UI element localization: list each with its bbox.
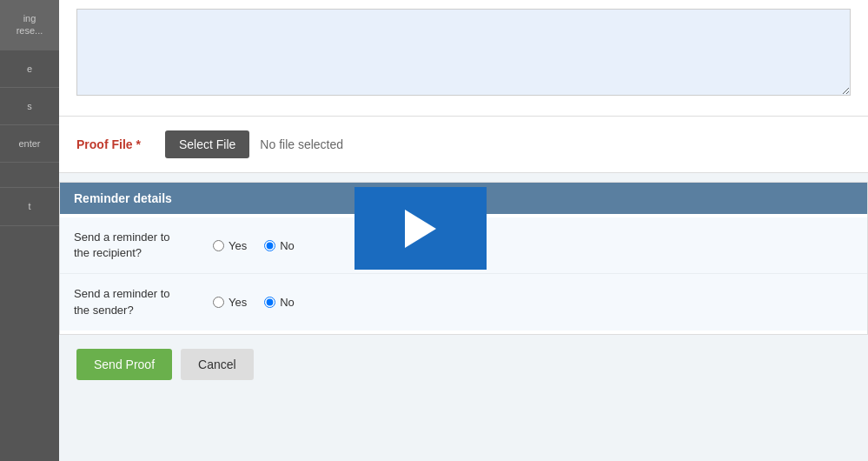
recipient-yes-radio[interactable]: [213, 240, 224, 251]
send-proof-button[interactable]: Send Proof: [76, 349, 172, 380]
sidebar-item-1[interactable]: ingrese...: [0, 0, 59, 50]
reminder-recipient-options: Yes No: [213, 239, 295, 252]
proof-message-input[interactable]: [76, 9, 851, 96]
required-marker: *: [136, 137, 140, 151]
video-overlay[interactable]: [354, 187, 487, 270]
sender-yes-radio[interactable]: [213, 297, 224, 308]
sidebar-item-2[interactable]: e: [0, 50, 59, 88]
sidebar-item-6[interactable]: t: [0, 188, 59, 225]
sidebar-item-4[interactable]: enter: [0, 125, 59, 163]
sidebar-item-5[interactable]: [0, 163, 59, 188]
reminder-sender-label: Send a reminder tothe sender?: [74, 286, 213, 317]
sidebar: ingrese... e s enter t: [0, 0, 59, 461]
reminder-sender-options: Yes No: [213, 296, 295, 309]
recipient-no-option[interactable]: No: [264, 239, 295, 252]
select-file-button[interactable]: Select File: [165, 130, 249, 158]
proof-file-section: Proof File * Select File No file selecte…: [59, 117, 868, 173]
sidebar-item-3[interactable]: s: [0, 88, 59, 125]
recipient-no-radio[interactable]: [264, 240, 275, 251]
cancel-button[interactable]: Cancel: [181, 349, 254, 380]
reminder-recipient-label: Send a reminder tothe recipient?: [74, 230, 213, 261]
top-section: [59, 0, 868, 117]
recipient-yes-option[interactable]: Yes: [213, 239, 247, 252]
no-file-text: No file selected: [260, 137, 343, 151]
action-buttons: Send Proof Cancel: [59, 335, 868, 394]
sender-no-radio[interactable]: [264, 297, 275, 308]
proof-file-label: Proof File *: [76, 137, 155, 151]
sender-yes-option[interactable]: Yes: [213, 296, 247, 309]
sender-no-option[interactable]: No: [264, 296, 295, 309]
reminder-row-sender: Send a reminder tothe sender? Yes No: [60, 274, 867, 330]
play-icon: [405, 210, 436, 248]
